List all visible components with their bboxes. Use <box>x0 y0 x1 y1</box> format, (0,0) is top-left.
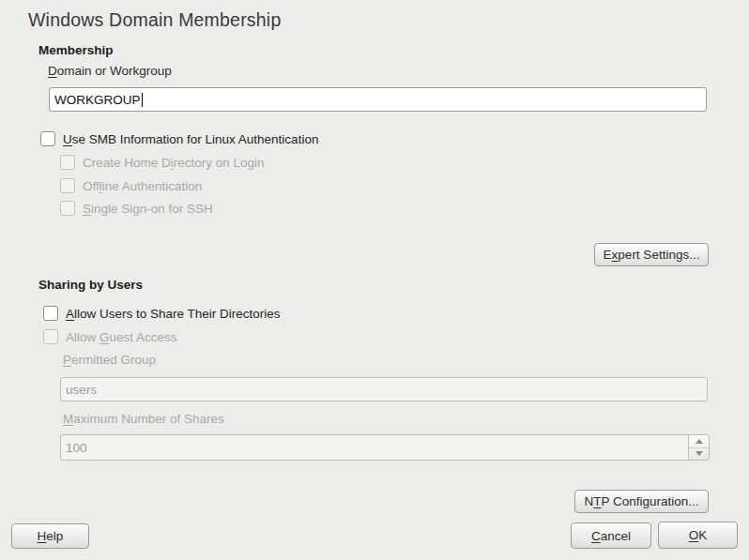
expert-settings-button[interactable]: Expert Settings... <box>594 243 709 266</box>
spin-down-button <box>689 448 709 461</box>
permitted-group-value: users <box>66 383 97 397</box>
checkbox-offline-authentication: Offline Authentication <box>60 177 202 194</box>
max-shares-label: Maximum Number of Shares <box>63 412 224 426</box>
membership-frame-label: Membership <box>38 43 114 57</box>
spin-up-icon <box>696 439 703 444</box>
checkbox-use-smb-auth[interactable]: Use SMB Information for Linux Authentica… <box>40 130 318 147</box>
permitted-group-label: Permitted Group <box>63 353 156 367</box>
checkbox-allow-users-share[interactable]: Allow Users to Share Their Directories <box>43 305 281 322</box>
checkbox-create-home-directory: Create Home Directory on Login <box>60 154 265 171</box>
checkbox-icon <box>60 155 75 170</box>
checkbox-icon <box>43 329 58 344</box>
checkbox-icon <box>60 178 75 193</box>
spin-up-button <box>689 435 709 448</box>
ok-button[interactable]: OK <box>658 522 738 549</box>
spin-down-icon <box>696 451 703 456</box>
permitted-group-input: users <box>60 377 708 401</box>
page-title: Windows Domain Membership <box>28 9 281 31</box>
max-shares-input: 100 <box>60 434 688 461</box>
spinner-buttons <box>688 434 710 461</box>
domain-workgroup-value: WORKGROUP <box>54 93 141 107</box>
windows-domain-membership-dialog: { "window": { "title": "Windows Domain M… <box>0 0 749 560</box>
checkbox-single-sign-on-ssh: Single Sign-on for SSH <box>60 200 213 217</box>
domain-workgroup-label: Domain or Workgroup <box>48 64 172 78</box>
cancel-button[interactable]: Cancel <box>571 522 651 549</box>
checkbox-icon <box>40 131 55 146</box>
max-shares-value: 100 <box>66 441 87 455</box>
ntp-configuration-button[interactable]: NTP Configuration... <box>574 490 709 513</box>
max-shares-spinbox: 100 <box>60 434 710 461</box>
checkbox-allow-guest-access: Allow Guest Access <box>43 328 177 345</box>
help-button[interactable]: Help <box>11 523 89 549</box>
domain-workgroup-input[interactable]: WORKGROUP <box>49 87 707 112</box>
checkbox-icon <box>60 201 75 216</box>
sharing-frame-label: Sharing by Users <box>38 278 143 292</box>
text-cursor <box>142 93 143 107</box>
checkbox-icon <box>43 306 58 321</box>
